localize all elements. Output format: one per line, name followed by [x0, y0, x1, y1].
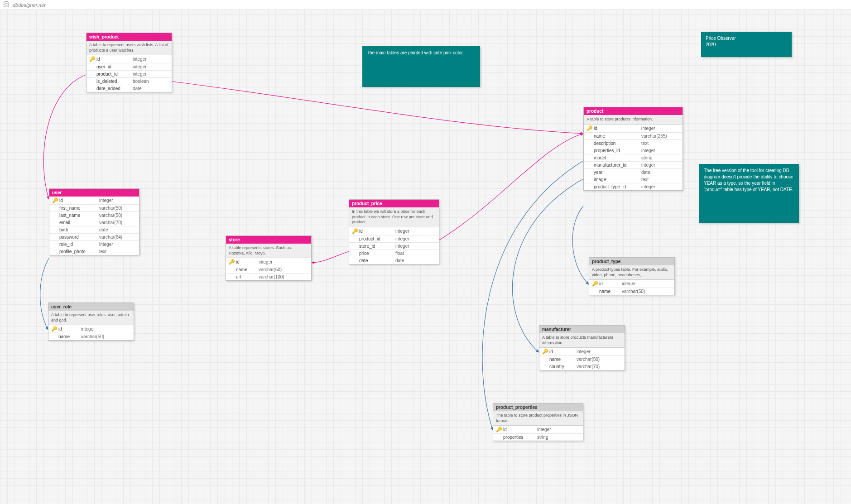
- table-column-row[interactable]: namevarchar(50): [48, 333, 134, 340]
- table-column-row[interactable]: user_idinteger: [87, 63, 172, 71]
- column-type: integer: [259, 259, 309, 264]
- column-name: manufacturer_id: [594, 163, 641, 168]
- column-name: id: [549, 349, 577, 354]
- column-name: name: [594, 134, 641, 139]
- table-column-row[interactable]: namevarchar(50): [589, 288, 674, 295]
- table-column-row[interactable]: imagetext: [584, 176, 683, 183]
- table-product[interactable]: productA table to store products informa…: [583, 107, 683, 191]
- table-header[interactable]: user: [49, 189, 139, 197]
- table-column-row[interactable]: product_idinteger: [349, 235, 439, 243]
- table-manufacturer[interactable]: manufacturerA table to store products ma…: [539, 325, 625, 370]
- table-header[interactable]: store: [226, 236, 311, 244]
- column-type: string: [537, 435, 581, 440]
- table-header[interactable]: product_price: [349, 200, 439, 207]
- table-product_price[interactable]: product_priceIn this table we will store…: [349, 199, 439, 264]
- primary-key-icon: 🔑: [88, 56, 96, 62]
- table-description: A table to store products information.: [584, 115, 683, 125]
- primary-key-icon: 🔑: [51, 197, 59, 203]
- column-name: date: [359, 258, 395, 263]
- table-description: The table to store product properties in…: [493, 411, 583, 426]
- table-column-row[interactable]: yeardate: [584, 169, 683, 176]
- column-name: first_name: [59, 206, 99, 211]
- column-type: text: [641, 141, 681, 146]
- table-column-row[interactable]: manufacturer_idinteger: [584, 162, 683, 169]
- table-header[interactable]: user_role: [48, 303, 134, 311]
- column-type: date: [99, 227, 137, 232]
- note-box[interactable]: The free version of the tool for creatin…: [699, 164, 799, 223]
- column-type: text: [641, 177, 681, 182]
- column-type: date: [641, 170, 681, 175]
- table-column-row[interactable]: 🔑idinteger: [589, 280, 674, 288]
- table-column-row[interactable]: 🔑idinteger: [493, 426, 583, 434]
- table-column-row[interactable]: date_addeddate: [87, 85, 172, 92]
- table-column-row[interactable]: urlvarchar(100): [226, 274, 311, 280]
- table-column-row[interactable]: birthdate: [49, 226, 139, 234]
- table-column-row[interactable]: pricefloat: [349, 250, 439, 257]
- column-name: image: [594, 177, 641, 182]
- table-user[interactable]: user🔑idintegerfirst_namevarchar(50)last_…: [49, 188, 139, 255]
- column-name: email: [59, 220, 99, 225]
- table-description: A table to store products manufacturers …: [539, 333, 625, 348]
- note-box[interactable]: Price Observer 2020: [701, 32, 792, 57]
- table-column-row[interactable]: is_deletedboolean: [87, 78, 172, 85]
- column-type: integer: [577, 349, 623, 354]
- column-name: date_added: [96, 86, 133, 91]
- column-type: integer: [99, 198, 137, 203]
- column-type: varchar(70): [99, 220, 137, 225]
- table-column-row[interactable]: passwordvarchar(64): [49, 234, 139, 241]
- table-header[interactable]: product_type: [589, 258, 674, 265]
- table-column-row[interactable]: 🔑idinteger: [49, 197, 139, 205]
- primary-key-icon: 🔑: [541, 349, 549, 355]
- table-column-row[interactable]: 🔑idinteger: [48, 325, 134, 333]
- table-column-row[interactable]: product_type_idinteger: [584, 183, 683, 190]
- column-name: year: [594, 170, 641, 175]
- table-column-row[interactable]: properties_idinteger: [584, 147, 683, 154]
- column-type: date: [133, 86, 170, 91]
- table-column-row[interactable]: 🔑idinteger: [539, 348, 625, 356]
- column-name: name: [236, 267, 259, 272]
- column-type: varchar(50): [259, 267, 309, 272]
- table-column-row[interactable]: namevarchar(50): [539, 356, 625, 363]
- column-type: text: [99, 249, 137, 254]
- table-column-row[interactable]: 🔑idinteger: [226, 258, 311, 266]
- table-column-row[interactable]: last_namevarchar(50): [49, 212, 139, 219]
- table-column-row[interactable]: 🔑idinteger: [584, 125, 683, 133]
- table-wish_product[interactable]: wish_productA table to represent users w…: [86, 33, 172, 92]
- column-type: integer: [641, 148, 681, 153]
- column-name: id: [96, 57, 133, 62]
- column-type: integer: [133, 57, 170, 62]
- table-product_properties[interactable]: product_propertiesThe table to store pro…: [493, 403, 583, 441]
- table-column-row[interactable]: first_namevarchar(50): [49, 205, 139, 212]
- table-header[interactable]: wish_product: [87, 33, 172, 41]
- column-type: integer: [133, 64, 170, 69]
- column-type: integer: [99, 242, 137, 247]
- table-column-row[interactable]: emailvarchar(70): [49, 219, 139, 226]
- table-store[interactable]: storeA table represents stores. Such as:…: [226, 235, 312, 281]
- column-name: name: [599, 289, 622, 294]
- table-header[interactable]: product_properties: [493, 403, 583, 411]
- table-header[interactable]: product: [584, 107, 683, 115]
- table-column-row[interactable]: store_idinteger: [349, 243, 439, 250]
- table-product_type[interactable]: product_typeA product types table. For e…: [589, 257, 675, 295]
- table-header[interactable]: manufacturer: [539, 326, 625, 333]
- table-column-row[interactable]: 🔑idinteger: [87, 55, 172, 63]
- table-description: A product types table. For example, audi…: [589, 265, 674, 280]
- diagram-canvas[interactable]: wish_productA table to represent users w…: [0, 0, 851, 504]
- column-type: float: [395, 251, 437, 256]
- table-column-row[interactable]: namevarchar(50): [226, 266, 311, 274]
- table-column-row[interactable]: profile_phototext: [49, 248, 139, 255]
- table-column-row[interactable]: descriptiontext: [584, 140, 683, 147]
- table-column-row[interactable]: role_idinteger: [49, 241, 139, 248]
- table-column-row[interactable]: 🔑idinteger: [349, 227, 439, 235]
- table-column-row[interactable]: propertiesstring: [493, 434, 583, 441]
- table-column-row[interactable]: namevarchar(255): [584, 133, 683, 140]
- table-column-row[interactable]: datedate: [349, 257, 439, 264]
- column-name: profile_photo: [59, 249, 99, 254]
- note-box[interactable]: The main tables are painted with cute pi…: [362, 46, 480, 87]
- column-name: name: [58, 334, 81, 339]
- table-column-row[interactable]: countryvarchar(70): [539, 363, 625, 370]
- table-column-row[interactable]: modelstring: [584, 154, 683, 162]
- column-type: integer: [133, 72, 170, 77]
- table-user_role[interactable]: user_roleA table to represent user roles…: [48, 302, 134, 341]
- table-column-row[interactable]: product_idinteger: [87, 71, 172, 78]
